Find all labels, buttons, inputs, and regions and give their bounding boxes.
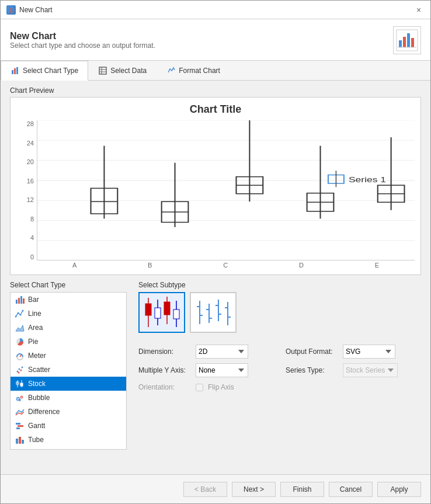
svg-rect-43 bbox=[18, 298, 20, 304]
chart-type-meter[interactable]: Meter bbox=[11, 349, 126, 363]
dimension-row: Dimension: 2D 3D bbox=[138, 345, 274, 359]
svg-rect-5 bbox=[399, 40, 402, 47]
header-content: New Chart Select chart type and choose a… bbox=[10, 31, 155, 50]
output-format-row: Output Format: SVG PNG BMP bbox=[286, 345, 421, 359]
multiple-y-select[interactable]: None Primary Secondary bbox=[196, 363, 248, 377]
title-bar: New Chart × bbox=[1, 1, 430, 19]
flip-axis-label: Flip Axis bbox=[208, 383, 234, 391]
svg-rect-45 bbox=[23, 298, 25, 304]
chart-type-panel: Select Chart Type Bar Line A bbox=[10, 281, 127, 468]
svg-point-47 bbox=[18, 312, 19, 314]
svg-rect-13 bbox=[99, 67, 106, 74]
svg-rect-6 bbox=[403, 37, 406, 47]
svg-point-77 bbox=[22, 440, 24, 441]
y-axis: 28 24 20 16 12 8 4 0 bbox=[16, 120, 37, 260]
finish-button[interactable]: Finish bbox=[280, 482, 324, 497]
tab-bar: Select Chart Type Select Data Format Cha… bbox=[1, 61, 430, 81]
tab-select-chart-type-label: Select Chart Type bbox=[23, 67, 78, 75]
svg-point-71 bbox=[16, 439, 18, 440]
scatter-icon bbox=[15, 365, 25, 374]
svg-point-55 bbox=[19, 369, 20, 370]
svg-rect-66 bbox=[16, 423, 20, 425]
x-axis-labels: A B C D E bbox=[16, 262, 415, 269]
subtype-option-2[interactable] bbox=[190, 292, 237, 333]
multiple-y-label: Multiple Y Axis: bbox=[138, 366, 191, 374]
svg-rect-86 bbox=[155, 308, 161, 318]
lower-section: Select Chart Type Bar Line A bbox=[10, 281, 421, 468]
meter-icon bbox=[15, 351, 25, 360]
tab-select-data[interactable]: Select Data bbox=[88, 61, 157, 80]
series-type-row: Series Type: Stock Series bbox=[286, 363, 421, 377]
chart-inner: 28 24 20 16 12 8 4 0 bbox=[16, 120, 415, 260]
footer: < Back Next > Finish Cancel Apply bbox=[1, 474, 430, 503]
svg-rect-42 bbox=[16, 300, 18, 304]
chart-type-area[interactable]: Area bbox=[11, 321, 126, 335]
subtype-option-1[interactable] bbox=[138, 292, 185, 333]
difference-icon bbox=[15, 407, 25, 416]
chart-type-tab-icon bbox=[11, 66, 20, 75]
cancel-button[interactable]: Cancel bbox=[329, 482, 373, 497]
back-button[interactable]: < Back bbox=[183, 482, 227, 497]
svg-point-65 bbox=[19, 399, 21, 401]
chart-type-bar[interactable]: Bar bbox=[11, 293, 126, 307]
output-format-select[interactable]: SVG PNG BMP bbox=[343, 345, 395, 359]
svg-point-49 bbox=[22, 310, 24, 312]
dimension-label: Dimension: bbox=[138, 347, 191, 356]
chart-type-pie[interactable]: Pie bbox=[11, 335, 126, 349]
chart-type-difference[interactable]: Difference bbox=[11, 405, 126, 419]
svg-point-74 bbox=[19, 437, 21, 438]
subtype-2-preview bbox=[193, 295, 234, 330]
tab-format-chart[interactable]: Format Chart bbox=[157, 61, 230, 80]
multiple-y-row: Multiple Y Axis: None Primary Secondary bbox=[138, 363, 274, 377]
tab-select-data-label: Select Data bbox=[110, 67, 147, 75]
svg-rect-73 bbox=[19, 437, 21, 443]
next-button[interactable]: Next > bbox=[232, 482, 276, 497]
svg-rect-44 bbox=[20, 296, 22, 304]
chart-type-gantt[interactable]: Gantt bbox=[11, 419, 126, 433]
chart-type-tube[interactable]: Tube bbox=[11, 433, 126, 447]
svg-rect-3 bbox=[13, 8, 14, 13]
format-chart-tab-icon bbox=[166, 66, 176, 75]
svg-rect-8 bbox=[411, 38, 414, 47]
app-icon bbox=[6, 5, 16, 15]
chart-type-line[interactable]: Line bbox=[11, 307, 126, 321]
apply-button[interactable]: Apply bbox=[377, 482, 421, 497]
subtype-1-preview bbox=[141, 295, 182, 330]
svg-rect-68 bbox=[16, 427, 20, 429]
chart-area: Chart Title 28 24 20 16 12 8 4 0 bbox=[10, 97, 421, 275]
svg-rect-1 bbox=[9, 8, 11, 13]
svg-line-53 bbox=[20, 354, 22, 357]
header-icon bbox=[393, 26, 421, 54]
svg-point-64 bbox=[20, 396, 23, 398]
subtype-label: Select Subtype bbox=[138, 281, 421, 289]
tube-icon bbox=[15, 435, 25, 444]
svg-rect-0 bbox=[8, 9, 9, 13]
svg-rect-7 bbox=[407, 33, 410, 47]
svg-rect-67 bbox=[18, 425, 23, 427]
chart-type-list: Bar Line Area Pie bbox=[10, 292, 127, 450]
series-type-select[interactable]: Stock Series bbox=[343, 363, 398, 377]
svg-rect-12 bbox=[16, 67, 18, 74]
stock-chart-svg: Series 1 bbox=[37, 120, 415, 260]
svg-point-48 bbox=[20, 314, 22, 316]
header: New Chart Select chart type and choose a… bbox=[1, 19, 430, 61]
output-format-label: Output Format: bbox=[286, 347, 338, 356]
close-button[interactable]: × bbox=[413, 4, 425, 16]
chart-type-stock[interactable]: Stock bbox=[11, 377, 126, 391]
flip-axis-checkbox[interactable] bbox=[196, 384, 203, 391]
chart-preview-label: Chart Preview bbox=[10, 86, 421, 95]
svg-marker-50 bbox=[16, 325, 24, 331]
svg-rect-88 bbox=[164, 302, 170, 315]
cone-icon bbox=[15, 449, 25, 450]
dimension-select[interactable]: 2D 3D bbox=[196, 345, 248, 359]
chart-type-bubble[interactable]: Bubble bbox=[11, 391, 126, 405]
header-title: New Chart bbox=[10, 31, 155, 41]
tab-select-chart-type[interactable]: Select Chart Type bbox=[1, 61, 88, 81]
chart-type-scatter[interactable]: Scatter bbox=[11, 363, 126, 377]
chart-type-cone[interactable]: Cone bbox=[11, 447, 126, 450]
main-window: New Chart × New Chart Select chart type … bbox=[0, 0, 431, 504]
svg-point-56 bbox=[20, 370, 22, 371]
svg-rect-11 bbox=[14, 68, 16, 74]
area-icon bbox=[15, 323, 25, 332]
chart-title: Chart Title bbox=[16, 103, 415, 116]
